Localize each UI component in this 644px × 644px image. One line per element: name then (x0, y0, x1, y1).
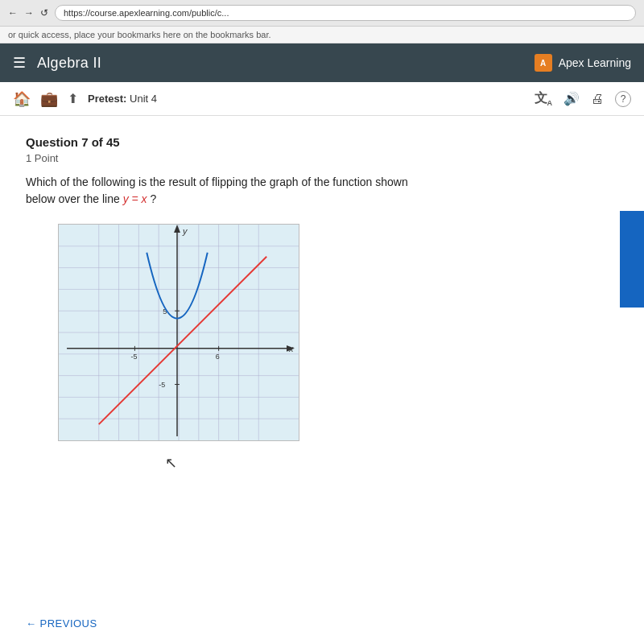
home-icon[interactable]: 🏠 (13, 90, 31, 108)
apex-label: Apex Learning (559, 56, 631, 69)
nav-footer: ← PREVIOUS (26, 617, 97, 630)
toolbar-right: 文A 🔊 🖨 ? (535, 90, 632, 107)
question-text: Which of the following is the result of … (26, 174, 477, 208)
menu-icon[interactable]: ☰ (13, 54, 26, 72)
previous-arrow-icon: ← (26, 617, 37, 630)
audio-icon[interactable]: 🔊 (564, 91, 580, 106)
math-expression: y = x (123, 192, 147, 205)
toolbar: 🏠 💼 ⬆ Pretest: Unit 4 文A 🔊 🖨 ? (0, 82, 644, 116)
url-bar[interactable]: https://course.apexlearning.com/public/c… (55, 5, 636, 21)
svg-text:y: y (182, 226, 188, 236)
previous-button[interactable]: ← PREVIOUS (26, 617, 97, 630)
back-icon[interactable]: ← (8, 7, 18, 19)
app-header-left: ☰ Algebra II (13, 54, 101, 72)
browser-bar: ← → ↺ https://course.apexlearning.com/pu… (0, 0, 644, 27)
bookmarks-bar: or quick access, place your bookmarks he… (0, 27, 644, 43)
upload-icon[interactable]: ⬆ (68, 91, 78, 106)
briefcase-icon[interactable]: 💼 (40, 90, 58, 108)
reload-icon[interactable]: ↺ (40, 7, 48, 19)
svg-text:6: 6 (216, 353, 220, 361)
pretest-label: Pretest: Unit 4 (88, 93, 157, 105)
app-header-right: A Apex Learning (535, 54, 631, 72)
translate-icon[interactable]: 文A (535, 90, 553, 107)
svg-text:-5: -5 (159, 381, 165, 389)
right-panel (620, 211, 644, 308)
svg-text:-5: -5 (130, 353, 137, 361)
forward-icon[interactable]: → (24, 7, 34, 19)
question-header: Question 7 of 45 (26, 135, 618, 149)
cursor-arrow: ↖ (165, 454, 177, 472)
main-content: Question 7 of 45 1 Point Which of the fo… (0, 116, 644, 644)
question-points: 1 Point (26, 152, 618, 164)
previous-label: PREVIOUS (40, 617, 97, 630)
app-title: Algebra II (37, 55, 101, 72)
print-icon[interactable]: 🖨 (591, 92, 604, 106)
apex-logo: A (535, 54, 552, 72)
help-icon[interactable]: ? (615, 91, 631, 107)
app-header: ☰ Algebra II A Apex Learning (0, 43, 644, 82)
svg-text:x: x (288, 344, 294, 353)
graph-svg: y x 6 -5 5 -5 (59, 225, 299, 440)
graph-container: y x 6 -5 5 -5 (58, 224, 299, 441)
